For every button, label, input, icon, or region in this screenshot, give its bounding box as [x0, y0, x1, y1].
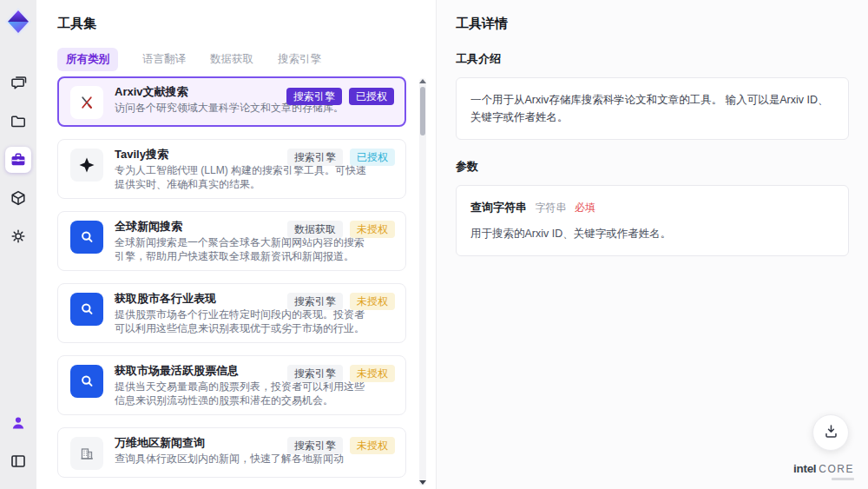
- param-type: 字符串: [535, 202, 566, 214]
- scroll-down-arrow[interactable]: [419, 480, 426, 485]
- tool-desc: 提供股票市场各个行业在特定时间段内的表现。投资者可以利用这些信息来识别表现优于或…: [115, 308, 372, 335]
- tab-搜索引擎[interactable]: 搜索引擎: [278, 52, 321, 67]
- arxiv-icon: [70, 86, 103, 119]
- news-icon: [70, 437, 103, 470]
- tool-badges: 搜索引擎 已授权: [286, 88, 394, 105]
- category-tabs: 所有类别语言翻译数据获取搜索引擎: [57, 48, 415, 71]
- category-badge: 搜索引擎: [286, 88, 342, 105]
- category-badge: 搜索引擎: [287, 437, 343, 454]
- tool-desc: 提供当天交易量最高的股票列表，投资者可以利用这些信息来识别流动性强的股票和潜在的…: [115, 380, 372, 407]
- tool-card[interactable]: 万维地区新闻查询 查询具体行政区划内的新闻，快速了解各地新闻动 搜索引擎 未授权: [57, 427, 406, 478]
- sidebar-item-files[interactable]: [5, 109, 31, 135]
- category-badge: 搜索引擎: [287, 149, 343, 166]
- tool-card[interactable]: Tavily搜索 专为人工智能代理 (LLM) 构建的搜索引擎工具。可快速提供实…: [57, 139, 406, 199]
- auth-status-badge: 已授权: [349, 88, 394, 105]
- scroll-up-arrow[interactable]: [419, 79, 426, 83]
- folder-icon: [10, 113, 27, 130]
- tab-所有类别[interactable]: 所有类别: [57, 48, 118, 71]
- download-button[interactable]: [812, 414, 849, 451]
- tool-card[interactable]: Arxiv文献搜索 访问各个研究领域大量科学论文和文章的存储库。 搜索引擎 已授…: [57, 76, 406, 127]
- tool-desc: 专为人工智能代理 (LLM) 构建的搜索引擎工具。可快速提供实时、准确和真实的结…: [115, 164, 372, 191]
- auth-status-badge: 未授权: [350, 221, 395, 238]
- chat-icon: [10, 75, 27, 92]
- auth-status-badge: 已授权: [350, 149, 395, 166]
- app-window: 工具集 所有类别语言翻译数据获取搜索引擎 Arxiv文献搜索 访问各个研究领域大…: [0, 0, 868, 489]
- sidebar-item-user[interactable]: [5, 410, 31, 436]
- param-header: 查询字符串 字符串 必填: [470, 199, 834, 217]
- tool-list-panel: 工具集 所有类别语言翻译数据获取搜索引擎 Arxiv文献搜索 访问各个研究领域大…: [36, 0, 436, 489]
- param-card: 查询字符串 字符串 必填 用于搜索的Arxiv ID、关键字或作者姓名。: [456, 185, 849, 256]
- bocha-icon: [70, 365, 103, 398]
- tool-card-list: Arxiv文献搜索 访问各个研究领域大量科学论文和文章的存储库。 搜索引擎 已授…: [57, 76, 406, 489]
- scrollbar-thumb[interactable]: [420, 87, 425, 135]
- tool-card[interactable]: 全球新闻搜索 全球新闻搜索是一个聚合全球各大新闻网站内容的搜索引擎，帮助用户快速…: [57, 211, 406, 271]
- gear-icon: [10, 228, 27, 245]
- tool-badges: 数据获取 未授权: [287, 221, 395, 238]
- package-icon: [10, 189, 27, 207]
- page-title: 工具集: [57, 16, 415, 32]
- panel-layout-icon: [10, 453, 27, 470]
- app-logo[interactable]: [4, 7, 32, 36]
- sidebar-item-chat[interactable]: [5, 70, 31, 96]
- intro-heading: 工具介绍: [456, 51, 849, 67]
- tool-detail-panel: 工具详情 工具介绍 一个用于从Arxiv存储库搜索科学论文和文章的工具。 输入可…: [436, 0, 868, 489]
- download-icon: [823, 423, 839, 443]
- logo-sub-mark: [832, 478, 854, 480]
- list-scrollbar[interactable]: [419, 78, 426, 486]
- intel-logo-text: intel: [793, 462, 816, 475]
- category-badge: 数据获取: [287, 221, 343, 238]
- tool-badges: 搜索引擎 未授权: [287, 365, 395, 382]
- detail-title: 工具详情: [456, 16, 849, 32]
- bocha-icon: [70, 221, 103, 254]
- tavily-icon: [70, 149, 103, 182]
- tool-desc: 全球新闻搜索是一个聚合全球各大新闻网站内容的搜索引擎，帮助用户快速获取全球最新资…: [115, 236, 372, 263]
- tool-badges: 搜索引擎 未授权: [287, 437, 395, 454]
- bocha-icon: [70, 293, 103, 326]
- sidebar-item-settings[interactable]: [5, 223, 31, 249]
- intro-text: 一个用于从Arxiv存储库搜索科学论文和文章的工具。 输入可以是Arxiv ID…: [470, 94, 829, 123]
- param-required-badge: 必填: [575, 202, 595, 214]
- tool-badges: 搜索引擎 未授权: [287, 293, 395, 310]
- user-icon: [10, 414, 27, 432]
- sidebar-item-panel-toggle[interactable]: [5, 448, 31, 474]
- intel-core-logo: intelcore: [793, 461, 854, 480]
- category-badge: 搜索引擎: [287, 365, 343, 382]
- auth-status-badge: 未授权: [350, 293, 395, 310]
- tool-badges: 搜索引擎 已授权: [287, 149, 395, 166]
- auth-status-badge: 未授权: [350, 437, 395, 454]
- tool-card[interactable]: 获取股市各行业表现 提供股票市场各个行业在特定时间段内的表现。投资者可以利用这些…: [57, 283, 406, 343]
- param-desc: 用于搜索的Arxiv ID、关键字或作者姓名。: [470, 225, 834, 242]
- tool-desc: 查询具体行政区划内的新闻，快速了解各地新闻动: [115, 453, 344, 466]
- category-badge: 搜索引擎: [287, 293, 343, 310]
- core-logo-text: core: [819, 463, 854, 475]
- tab-数据获取[interactable]: 数据获取: [210, 52, 253, 67]
- tool-card[interactable]: 获取市场最活跃股票信息 提供当天交易量最高的股票列表，投资者可以利用这些信息来识…: [57, 355, 406, 415]
- sidebar-rail: [0, 0, 36, 489]
- sidebar-item-packages[interactable]: [5, 185, 31, 211]
- tab-语言翻译[interactable]: 语言翻译: [142, 52, 186, 67]
- param-name: 查询字符串: [470, 201, 527, 214]
- intro-card: 一个用于从Arxiv存储库搜索科学论文和文章的工具。 输入可以是Arxiv ID…: [456, 77, 849, 140]
- sidebar-item-tools[interactable]: [5, 147, 31, 173]
- params-heading: 参数: [456, 159, 849, 175]
- briefcase-icon: [10, 151, 27, 169]
- auth-status-badge: 未授权: [350, 365, 395, 382]
